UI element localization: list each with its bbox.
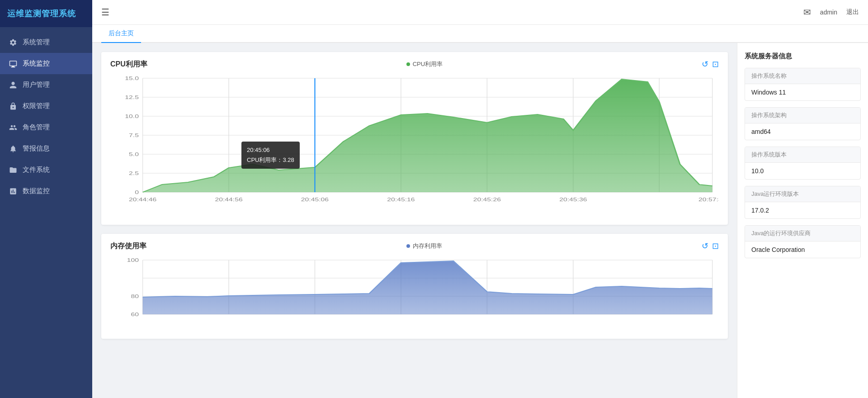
info-group-os-version: 操作系统版本 10.0 — [745, 147, 861, 180]
sidebar-label-permission-management: 权限管理 — [23, 102, 50, 110]
svg-text:20:45:36: 20:45:36 — [559, 197, 587, 202]
svg-text:20:44:46: 20:44:46 — [129, 197, 156, 202]
memory-legend-label: 内存利用率 — [413, 242, 442, 250]
topbar: ☰ ✉ admin 退出 — [92, 0, 868, 25]
sidebar-item-user-management[interactable]: 用户管理 — [0, 74, 92, 95]
sidebar-item-system-management[interactable]: 系统管理 — [0, 32, 92, 53]
memory-chart-title: 内存使用率 — [110, 242, 146, 251]
topbar-right: ✉ admin 退出 — [803, 7, 859, 18]
os-version-value: 10.0 — [745, 163, 860, 179]
data-icon — [9, 187, 17, 195]
memory-chart-card: 内存使用率 内存利用率 ↺ ⊡ — [101, 234, 728, 339]
permission-icon — [9, 102, 17, 110]
main-area: ☰ ✉ admin 退出 后台主页 CPU利用率 CPU利用率 — [92, 0, 868, 398]
svg-text:20:45:06: 20:45:06 — [301, 197, 329, 202]
memory-chart-wrap: 60 80 100 — [110, 256, 719, 330]
svg-marker-22 — [143, 79, 712, 192]
cpu-chart-legend: CPU利用率 — [406, 60, 443, 68]
admin-name[interactable]: admin — [820, 9, 837, 16]
sidebar-item-data-monitor[interactable]: 数据监控 — [0, 180, 92, 202]
svg-text:60: 60 — [131, 312, 139, 317]
svg-text:15.0: 15.0 — [125, 76, 139, 81]
svg-text:100: 100 — [127, 257, 139, 263]
cpu-chart-title: CPU利用率 — [110, 60, 147, 69]
svg-text:10.0: 10.0 — [125, 114, 139, 119]
sidebar-item-alert-info[interactable]: 警报信息 — [0, 138, 92, 159]
tab-bar: 后台主页 — [92, 25, 868, 43]
memory-chart-actions: ↺ ⊡ — [702, 241, 719, 251]
cpu-chart-svg: 0 2.5 5.0 7.5 10.0 12.5 15.0 — [110, 74, 719, 214]
memory-legend-dot — [406, 244, 410, 248]
info-group-os-arch: 操作系统架构 amd64 — [745, 107, 861, 140]
java-vendor-label: Java的运行环境供应商 — [745, 226, 860, 242]
memory-chart-header: 内存使用率 内存利用率 ↺ ⊡ — [110, 241, 719, 251]
svg-text:20:44:56: 20:44:56 — [215, 197, 242, 202]
memory-refresh-button[interactable]: ↺ — [702, 241, 708, 251]
cpu-chart-wrap: 0 2.5 5.0 7.5 10.0 12.5 15.0 — [110, 74, 719, 216]
sidebar-label-system-monitor: 系统监控 — [23, 59, 50, 68]
right-panel: 系统服务器信息 操作系统名称 Windows 11 操作系统架构 amd64 操… — [737, 43, 868, 398]
settings-icon — [9, 38, 17, 47]
sidebar-label-user-management: 用户管理 — [23, 81, 50, 89]
info-group-java-vendor: Java的运行环境供应商 Oracle Corporation — [745, 225, 861, 258]
java-version-label: Java运行环境版本 — [745, 186, 860, 202]
alert-icon — [9, 145, 17, 153]
tab-home[interactable]: 后台主页 — [101, 25, 141, 43]
cpu-chart-card: CPU利用率 CPU利用率 ↺ ⊡ — [101, 52, 728, 225]
os-arch-value: amd64 — [745, 123, 860, 140]
sidebar-menu: 系统管理 系统监控 用户管理 权限管理 角色管理 警报信息 文件系统 数据监控 — [0, 32, 92, 202]
cpu-download-button[interactable]: ⊡ — [712, 59, 719, 69]
svg-marker-45 — [143, 261, 712, 314]
info-group-java-version: Java运行环境版本 17.0.2 — [745, 186, 861, 219]
hamburger-button[interactable]: ☰ — [101, 7, 109, 18]
cpu-chart-actions: ↺ ⊡ — [702, 59, 719, 69]
cpu-refresh-button[interactable]: ↺ — [702, 59, 708, 69]
memory-chart-svg: 60 80 100 — [110, 256, 719, 328]
sidebar-item-file-system[interactable]: 文件系统 — [0, 159, 92, 180]
cpu-legend-dot — [406, 62, 410, 66]
memory-download-button[interactable]: ⊡ — [712, 241, 719, 251]
sidebar-label-file-system: 文件系统 — [23, 166, 50, 174]
os-version-label: 操作系统版本 — [745, 147, 860, 163]
svg-text:20:45:26: 20:45:26 — [473, 197, 501, 202]
svg-text:20:45:16: 20:45:16 — [387, 197, 415, 202]
info-group-os-name: 操作系统名称 Windows 11 — [745, 68, 861, 101]
svg-text:2.5: 2.5 — [129, 171, 139, 176]
cpu-chart-header: CPU利用率 CPU利用率 ↺ ⊡ — [110, 59, 719, 69]
mail-icon[interactable]: ✉ — [803, 7, 811, 18]
sidebar-item-permission-management[interactable]: 权限管理 — [0, 95, 92, 117]
cpu-legend-label: CPU利用率 — [413, 60, 443, 68]
role-icon — [9, 123, 17, 132]
svg-text:0: 0 — [135, 190, 139, 195]
svg-text:80: 80 — [131, 294, 139, 299]
svg-text:7.5: 7.5 — [129, 133, 139, 138]
java-vendor-value: Oracle Corporation — [745, 242, 860, 258]
charts-area: CPU利用率 CPU利用率 ↺ ⊡ — [92, 43, 737, 398]
user-icon — [9, 81, 17, 89]
sidebar-label-alert-info: 警报信息 — [23, 144, 50, 153]
svg-text:5.0: 5.0 — [129, 152, 139, 157]
os-name-value: Windows 11 — [745, 84, 860, 100]
sidebar-label-role-management: 角色管理 — [23, 123, 50, 132]
svg-text:12.5: 12.5 — [125, 95, 139, 100]
java-version-value: 17.0.2 — [745, 202, 860, 218]
sidebar-label-data-monitor: 数据监控 — [23, 187, 50, 195]
os-arch-label: 操作系统架构 — [745, 108, 860, 123]
sidebar-label-system-management: 系统管理 — [23, 38, 50, 47]
content-area: CPU利用率 CPU利用率 ↺ ⊡ — [92, 43, 868, 398]
sidebar: 运维监测管理系统 系统管理 系统监控 用户管理 权限管理 角色管理 警报信息 文… — [0, 0, 92, 398]
logout-button[interactable]: 退出 — [846, 8, 859, 16]
sidebar-item-system-monitor[interactable]: 系统监控 — [0, 53, 92, 74]
app-title: 运维监测管理系统 — [0, 0, 92, 27]
monitor-icon — [9, 60, 17, 68]
memory-chart-legend: 内存利用率 — [406, 242, 442, 250]
file-icon — [9, 166, 17, 174]
topbar-left: ☰ — [101, 7, 109, 18]
panel-title: 系统服务器信息 — [745, 52, 861, 61]
os-name-label: 操作系统名称 — [745, 68, 860, 84]
svg-text:20:57:31: 20:57:31 — [698, 197, 719, 202]
sidebar-item-role-management[interactable]: 角色管理 — [0, 117, 92, 138]
